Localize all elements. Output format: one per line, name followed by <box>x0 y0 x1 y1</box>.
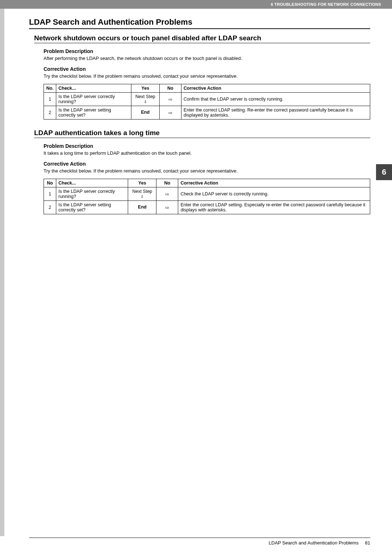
cell-yes: Next Step ⇩ <box>131 93 159 106</box>
yes-top: Next Step <box>134 94 157 100</box>
cell-no: 2 <box>44 106 56 119</box>
down-arrow-icon: ⇩ <box>130 194 154 199</box>
section1-corrective-text: Try the checklist below. If the problem … <box>44 73 370 79</box>
section1-body: Problem Description After performing the… <box>29 48 370 119</box>
footer-page-number: 81 <box>365 540 370 546</box>
page-title: LDAP Search and Authentication Problems <box>29 17 370 27</box>
table-header-row: No Check... Yes No Corrective Action <box>44 179 370 187</box>
page-footer: LDAP Search and Authentication Problems … <box>29 538 370 546</box>
section1-table: No. Check... Yes No Corrective Action 1 … <box>44 84 370 119</box>
section2-problem-heading: Problem Description <box>44 143 370 149</box>
right-arrow-icon: ⇨ <box>159 93 181 106</box>
cell-no: 1 <box>44 93 56 106</box>
cell-yes: Next Step ⇩ <box>128 187 156 201</box>
section1-rule <box>34 43 370 43</box>
cell-no: 1 <box>44 187 56 201</box>
section2-body: Problem Description It takes a long time… <box>29 143 370 214</box>
section2-title: LDAP authentication takes a long time <box>29 129 370 137</box>
th-action: Corrective Action <box>181 84 370 93</box>
th-noo: No <box>159 84 181 93</box>
h1-rule <box>29 28 370 29</box>
table-row: 1 Is the LDAP server correctly running? … <box>44 93 370 106</box>
cell-no: 2 <box>44 201 56 214</box>
table-header-row: No. Check... Yes No Corrective Action <box>44 84 370 93</box>
section2-corrective-heading: Corrective Action <box>44 161 370 167</box>
th-action: Corrective Action <box>178 179 370 187</box>
section2-corrective-text: Try the checklist below. If the problem … <box>44 168 370 174</box>
section2-problem-text: It takes a long time to perform LDAP aut… <box>44 150 370 156</box>
section1-problem-text: After performing the LDAP search, the ne… <box>44 56 370 61</box>
cell-check: Is the LDAP server correctly running? <box>56 187 128 201</box>
left-margin-stripe <box>0 9 4 536</box>
yes-top: Next Step <box>130 189 154 194</box>
section1-title: Network shutdown occurs or touch panel d… <box>29 34 370 42</box>
down-arrow-icon: ⇩ <box>134 100 157 104</box>
cell-check: Is the LDAP server correctly running? <box>56 93 131 106</box>
cell-check: Is the LDAP server setting correctly set… <box>56 201 128 214</box>
th-yes: Yes <box>128 179 156 187</box>
th-yes: Yes <box>131 84 159 93</box>
cell-action: Check the LDAP server is correctly runni… <box>178 187 370 201</box>
cell-action: Enter the correct LDAP setting. Especial… <box>178 201 370 214</box>
cell-yes: End <box>131 106 159 119</box>
th-noo: No <box>156 179 178 187</box>
table-row: 2 Is the LDAP server setting correctly s… <box>44 106 370 119</box>
section2-table: No Check... Yes No Corrective Action 1 I… <box>44 179 370 214</box>
right-arrow-icon: ⇨ <box>156 187 178 201</box>
yes-top: End <box>134 110 157 115</box>
th-check: Check... <box>56 179 128 187</box>
right-arrow-icon: ⇨ <box>159 106 181 119</box>
th-no: No. <box>44 84 56 93</box>
table-row: 2 Is the LDAP server setting correctly s… <box>44 201 370 214</box>
chapter-header: 6 TROUBLESHOOTING FOR NETWORK CONNECTION… <box>0 0 392 9</box>
table-row: 1 Is the LDAP server correctly running? … <box>44 187 370 201</box>
cell-action: Confirm that the LDAP server is correctl… <box>181 93 370 106</box>
section2-rule <box>34 138 370 138</box>
cell-yes: End <box>128 201 156 214</box>
th-no: No <box>44 179 56 187</box>
chapter-header-text: 6 TROUBLESHOOTING FOR NETWORK CONNECTION… <box>271 2 381 7</box>
chapter-number: 6 <box>382 167 386 177</box>
cell-check: Is the LDAP server setting correctly set… <box>56 106 131 119</box>
chapter-side-tab: 6 <box>376 164 392 180</box>
right-arrow-icon: ⇨ <box>156 201 178 214</box>
footer-section-label: LDAP Search and Authentication Problems <box>269 540 359 546</box>
th-check: Check... <box>56 84 131 93</box>
section1-corrective-heading: Corrective Action <box>44 66 370 72</box>
page-content: LDAP Search and Authentication Problems … <box>0 9 392 214</box>
section1-problem-heading: Problem Description <box>44 48 370 54</box>
yes-top: End <box>130 205 154 210</box>
cell-action: Enter the correct LDAP setting. Re-enter… <box>181 106 370 119</box>
